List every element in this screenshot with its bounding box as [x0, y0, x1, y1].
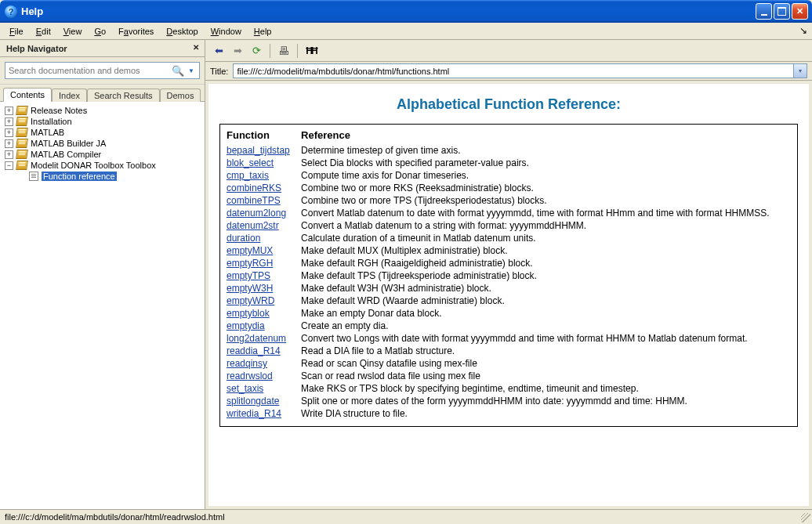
table-row: writedia_R14Write DIA structure to file. — [227, 407, 791, 420]
function-link[interactable]: datenum2str — [227, 220, 279, 231]
function-description: Make default WRD (Waarde administratie) … — [301, 295, 791, 307]
tree-item-installation[interactable]: +Installation — [2, 116, 203, 127]
function-link[interactable]: combineTPS — [227, 195, 281, 206]
window-title: Help — [21, 5, 43, 17]
address-dropdown-icon[interactable]: ▾ — [793, 64, 807, 78]
function-link[interactable]: set_taxis — [227, 383, 263, 394]
reload-button[interactable]: ⟳ — [248, 42, 265, 60]
table-row: combineTPSCombine two or more TPS (Tijdr… — [227, 194, 791, 207]
window-maximize-button[interactable] — [774, 3, 790, 20]
table-row: readqinsyRead or scan Qinsy datafile usi… — [227, 357, 791, 370]
function-link[interactable]: emptyblok — [227, 308, 270, 319]
tree-item-modelit-toolbox[interactable]: −Modelit DONAR Toolbox Toolbox — [2, 160, 203, 171]
menu-help[interactable]: Help — [248, 25, 278, 38]
tab-search-results[interactable]: Search Results — [87, 89, 160, 102]
function-link[interactable]: readqinsy — [227, 358, 267, 369]
window-minimize-button[interactable] — [756, 3, 772, 20]
function-link[interactable]: long2datenum — [227, 333, 286, 344]
tree-expand-icon[interactable]: + — [5, 128, 13, 137]
print-button[interactable]: 🖶 — [275, 42, 292, 60]
function-link[interactable]: writedia_R14 — [227, 408, 281, 419]
search-field-container: 🔍 ▼ — [5, 62, 200, 79]
help-navigator-header: Help Navigator ✕ — [0, 40, 205, 57]
tree-item-matlab-compiler[interactable]: +MATLAB Compiler — [2, 149, 203, 160]
help-navigator-close-icon[interactable]: ✕ — [190, 43, 201, 54]
function-description: Make default TPS (Tijdreeksperiode admin… — [301, 269, 791, 282]
tab-contents[interactable]: Contents — [3, 88, 52, 102]
tab-index[interactable]: Index — [52, 89, 87, 102]
search-icon[interactable]: 🔍 — [169, 65, 187, 77]
table-row: emptyMUXMake default MUX (Multiplex admi… — [227, 244, 791, 257]
menu-desktop[interactable]: Desktop — [160, 25, 204, 38]
address-field[interactable]: file:///c:/d/modelit/ma/mbdutils/donar/h… — [233, 63, 807, 78]
window-titlebar[interactable]: ? Help — [0, 0, 812, 23]
tree-item-matlab[interactable]: +MATLAB — [2, 127, 203, 138]
book-icon — [16, 161, 28, 170]
function-link[interactable]: bepaal_tijdstap — [227, 145, 290, 156]
function-link[interactable]: combineRKS — [227, 182, 281, 193]
function-description: Read a DIA file to a Matlab structure. — [301, 345, 791, 357]
function-link[interactable]: cmp_taxis — [227, 170, 269, 181]
table-row: readrwslodScan or read rwslod data file … — [227, 370, 791, 382]
table-row: emptyRGHMake default RGH (Raaigeldigheid… — [227, 257, 791, 269]
function-description: Create an empty dia. — [301, 320, 791, 332]
forward-button[interactable]: ➡ — [229, 42, 246, 60]
menubar-overflow-icon[interactable]: ↘ — [799, 25, 807, 36]
function-link[interactable]: emptydia — [227, 320, 265, 331]
find-button[interactable]: ĦĦ — [303, 42, 320, 60]
function-link[interactable]: readdia_R14 — [227, 345, 281, 356]
tree-expand-icon[interactable]: + — [5, 150, 13, 159]
function-link[interactable]: emptyWRD — [227, 295, 274, 306]
function-description: Calculate duration of a timeunit in Matl… — [301, 232, 791, 244]
table-row: durationCalculate duration of a timeunit… — [227, 232, 791, 244]
menu-go[interactable]: Go — [88, 25, 112, 38]
search-dropdown-icon[interactable]: ▼ — [187, 67, 196, 74]
tree-expand-icon[interactable]: + — [5, 139, 13, 148]
table-row: emptyWRDMake default WRD (Waarde adminis… — [227, 295, 791, 307]
tree-item-matlab-builder-ja[interactable]: +MATLAB Builder JA — [2, 138, 203, 149]
tree-expand-icon[interactable]: + — [5, 107, 13, 115]
function-link[interactable]: duration — [227, 233, 260, 244]
function-link[interactable]: blok_select — [227, 157, 274, 168]
function-link[interactable]: emptyTPS — [227, 270, 270, 281]
content-toolbar: ⬅ ➡ ⟳ 🖶 ĦĦ — [205, 40, 812, 62]
address-value: file:///c:/d/modelit/ma/mbdutils/donar/h… — [237, 67, 449, 76]
function-link[interactable]: readrwslod — [227, 370, 273, 381]
menu-edit[interactable]: Edit — [30, 25, 57, 38]
book-icon — [16, 106, 28, 115]
function-description: Split one or more dates of the form yyyy… — [301, 395, 791, 407]
table-row: emptydiaCreate an empty dia. — [227, 320, 791, 332]
resize-gripper-icon[interactable] — [801, 513, 810, 522]
book-icon — [16, 150, 28, 159]
window-close-button[interactable] — [792, 3, 808, 20]
address-bar: Title: file:///c:/d/modelit/ma/mbdutils/… — [205, 62, 812, 81]
function-description: Combine two or more TPS (Tijdreeksperiod… — [301, 194, 791, 207]
function-description: Convert two Longs with date with format … — [301, 332, 791, 345]
function-link[interactable]: emptyMUX — [227, 245, 273, 256]
tab-demos[interactable]: Demos — [160, 89, 201, 102]
search-input[interactable] — [9, 66, 169, 75]
menu-file[interactable]: FFileile — [3, 25, 30, 38]
col-reference: Reference — [301, 128, 791, 144]
function-link[interactable]: emptyW3H — [227, 283, 273, 294]
address-label: Title: — [210, 67, 228, 76]
menu-favorites[interactable]: Favorites — [112, 25, 160, 38]
back-button[interactable]: ⬅ — [210, 42, 227, 60]
function-link[interactable]: splitlongdate — [227, 396, 279, 407]
tree-expand-icon[interactable]: + — [5, 117, 13, 126]
tree-item-release-notes[interactable]: +Release Notes — [2, 105, 203, 116]
function-link[interactable]: emptyRGH — [227, 258, 273, 269]
table-row: cmp_taxisCompute time axis for Donar tim… — [227, 169, 791, 182]
table-row: splitlongdateSplit one or more dates of … — [227, 395, 791, 407]
menu-window[interactable]: Window — [205, 25, 248, 38]
function-link[interactable]: datenum2long — [227, 208, 286, 219]
menu-view[interactable]: View — [57, 25, 89, 38]
function-description: Convert Matlab datenum to date with form… — [301, 207, 791, 219]
table-row: long2datenumConvert two Longs with date … — [227, 332, 791, 345]
table-row: readdia_R14Read a DIA file to a Matlab s… — [227, 345, 791, 357]
tree-collapse-icon[interactable]: − — [5, 161, 13, 170]
tree-item-function-reference[interactable]: Function reference — [2, 171, 203, 182]
function-description: Scan or read rwslod data file using mex … — [301, 370, 791, 382]
book-icon — [16, 117, 28, 126]
doc-heading: Alphabetical Function Reference: — [219, 96, 798, 113]
